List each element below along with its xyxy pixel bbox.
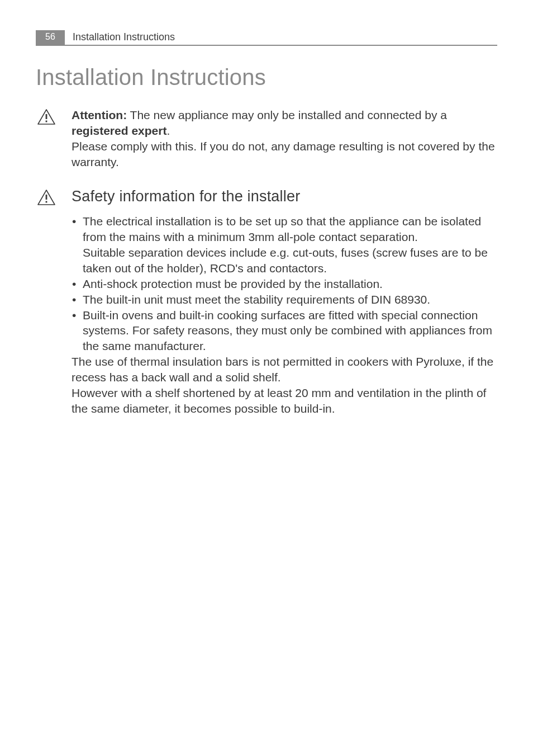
svg-rect-2 (46, 195, 47, 200)
safety-content: The electrical installation is to be set… (72, 214, 497, 417)
trailing-paragraph-1: The use of thermal insulation bars is no… (72, 354, 497, 385)
warning-triangle-icon (37, 189, 56, 208)
running-head-title: Installation Instructions (65, 30, 175, 45)
svg-rect-0 (46, 114, 47, 119)
page-title: Installation Instructions (36, 65, 266, 90)
list-item-text: The electrical installation is to be set… (83, 215, 488, 275)
list-item: The electrical installation is to be set… (72, 214, 497, 276)
attention-line-1: Attention: The new appliance may only be… (72, 107, 497, 139)
attention-paragraph: Attention: The new appliance may only be… (72, 107, 497, 170)
trailing-paragraph-2: However with a shelf shortened by at lea… (72, 385, 497, 417)
list-item: Anti-shock protection must be provided b… (72, 276, 497, 292)
svg-rect-1 (46, 121, 47, 122)
document-page: 56 Installation Instructions Installatio… (0, 0, 533, 756)
section-heading-safety: Safety information for the installer (72, 188, 300, 205)
attention-text-before: The new appliance may only be installed … (127, 108, 447, 121)
list-item-text: The built-in unit must meet the stabilit… (83, 293, 430, 306)
page-header: 56 Installation Instructions (36, 30, 497, 46)
safety-bullet-list: The electrical installation is to be set… (72, 214, 497, 354)
list-item: The built-in unit must meet the stabilit… (72, 292, 497, 308)
page-number: 56 (36, 30, 65, 45)
list-item: Built-in ovens and built-in cooking surf… (72, 308, 497, 355)
attention-line-2: Please comply with this. If you do not, … (72, 139, 497, 170)
svg-rect-3 (46, 201, 47, 203)
warning-triangle-icon (37, 108, 56, 127)
attention-text-after: . (166, 124, 170, 137)
attention-bold-phrase: registered expert (72, 124, 166, 137)
attention-label: Attention: (72, 108, 127, 121)
list-item-text: Anti-shock protection must be provided b… (83, 277, 383, 290)
list-item-text: Built-in ovens and built-in cooking surf… (83, 309, 492, 353)
